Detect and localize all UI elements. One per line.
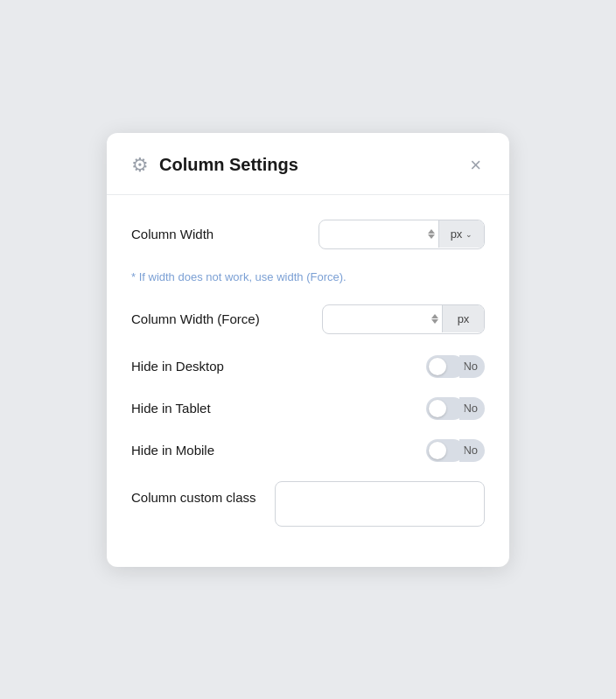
hide-mobile-toggle[interactable] [426,439,465,462]
modal-body: Column Width px ⌄ * If width does not wo… [107,195,509,567]
column-width-unit-text: px [451,227,463,241]
gear-icon: ⚙ [131,156,149,175]
column-width-input-group: px ⌄ [318,220,485,249]
header-left: ⚙ Column Settings [131,155,298,175]
column-width-hint: * If width does not work, use width (For… [131,270,485,283]
hide-mobile-row: Hide in Mobile No [131,439,485,462]
column-width-force-input-group: px [322,304,485,334]
column-width-row: Column Width px ⌄ [131,220,485,249]
hide-desktop-toggle[interactable] [426,355,465,378]
column-settings-modal: ⚙ Column Settings × Column Width px ⌄ * … [107,133,509,567]
chevron-down-icon: ⌄ [466,230,472,239]
toggle-slider-mobile [426,439,465,462]
custom-class-row: Column custom class [131,481,485,527]
close-button[interactable]: × [466,152,485,178]
column-width-force-spinner[interactable] [428,312,442,325]
spinner-down-icon [428,234,435,239]
toggle-slider-tablet [426,397,465,420]
hide-mobile-label: Hide in Mobile [131,443,214,458]
column-width-spinner[interactable] [424,227,438,241]
column-width-input[interactable] [319,220,424,248]
custom-class-input[interactable] [275,481,485,527]
hide-desktop-toggle-group[interactable]: No [426,355,485,378]
custom-class-label: Column custom class [131,481,256,505]
spinner-up-icon [428,229,435,234]
modal-title: Column Settings [159,155,298,175]
column-width-force-unit-text: px [458,312,470,325]
hide-desktop-label: Hide in Desktop [131,359,224,374]
toggle-slider-desktop [426,355,465,378]
hide-tablet-toggle[interactable] [426,397,465,420]
modal-header: ⚙ Column Settings × [107,133,509,195]
spinner-down-force-icon [431,319,438,324]
hide-tablet-label: Hide in Tablet [131,401,211,416]
column-width-label: Column Width [131,227,214,241]
column-width-force-label: Column Width (Force) [131,311,260,326]
hide-tablet-toggle-group[interactable]: No [426,397,485,420]
spinner-up-force-icon [431,314,438,318]
hide-mobile-toggle-group[interactable]: No [426,439,485,462]
column-width-force-input[interactable] [323,305,428,333]
column-width-force-unit: px [442,305,484,332]
column-width-force-row: Column Width (Force) px [131,304,485,334]
hide-desktop-row: Hide in Desktop No [131,355,485,378]
column-width-unit-badge[interactable]: px ⌄ [438,220,484,248]
hide-tablet-row: Hide in Tablet No [131,397,485,420]
